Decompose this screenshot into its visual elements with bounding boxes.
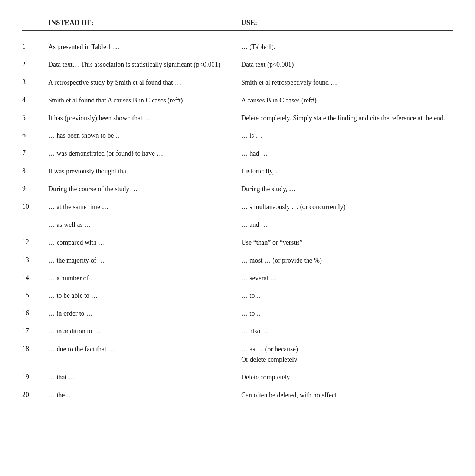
row-number: 19 [22, 372, 48, 381]
row-instead: … was demonstrated (or found) to have … [48, 149, 241, 159]
table-row: 1As presented in Table 1 …… (Table 1). [22, 38, 453, 56]
header-instead: INSTEAD OF: [48, 19, 241, 27]
row-instead: … at the same time … [48, 202, 241, 212]
row-instead: Data text… This association is statistic… [48, 60, 241, 70]
row-instead: It was previously thought that … [48, 166, 241, 177]
row-instead: As presented in Table 1 … [48, 42, 241, 52]
table-row: 12… compared with …Use “than” or “versus… [22, 234, 453, 252]
row-use: A causes B in C cases (ref#) [241, 95, 453, 106]
row-use: Use “than” or “versus” [241, 238, 453, 248]
row-instead: … as well as … [48, 220, 241, 230]
row-use: … to … [241, 309, 453, 319]
row-number: 7 [22, 149, 48, 157]
row-use: … and … [241, 220, 453, 230]
table-row: 16… in order to …… to … [22, 305, 453, 323]
row-number: 6 [22, 131, 48, 139]
row-use: Smith et al retrospectively found … [241, 78, 453, 88]
table-row: 11… as well as …… and … [22, 216, 453, 234]
table-row: 17… in addition to …… also … [22, 323, 453, 340]
row-instead: Smith et al found that A causes B in C c… [48, 95, 241, 106]
row-use: … simultaneously … (or concurrently) [241, 202, 453, 212]
row-use: Delete completely. Simply state the find… [241, 113, 453, 124]
row-use: … also … [241, 326, 453, 337]
row-number: 17 [22, 326, 48, 335]
row-number: 4 [22, 95, 48, 104]
row-instead: During the course of the study … [48, 184, 241, 195]
row-use: … most … (or provide the %) [241, 255, 453, 266]
row-number: 1 [22, 42, 48, 50]
row-instead: … a number of … [48, 273, 241, 284]
row-instead: … that … [48, 372, 241, 383]
header-use: USE: [241, 19, 453, 27]
row-instead: … compared with … [48, 238, 241, 248]
row-instead: … in order to … [48, 309, 241, 319]
row-number: 12 [22, 238, 48, 246]
table-row: 20… the …Can often be deleted, with no e… [22, 387, 453, 404]
table-row: 18… due to the fact that …… as … (or bec… [22, 340, 453, 369]
row-number: 3 [22, 78, 48, 86]
row-use: Data text (p<0.001) [241, 60, 453, 70]
row-use: … as … (or because)Or delete completely [241, 344, 453, 365]
row-instead: … to be able to … [48, 291, 241, 301]
row-instead: A retrospective study by Smith et al fou… [48, 78, 241, 88]
row-number: 13 [22, 255, 48, 264]
row-instead: … has been shown to be … [48, 131, 241, 141]
row-instead: … the majority of … [48, 255, 241, 266]
table-row: 2Data text… This association is statisti… [22, 56, 453, 74]
table-row: 19… that …Delete completely [22, 369, 453, 387]
header-num [22, 19, 48, 27]
main-table: INSTEAD OF: USE: 1As presented in Table … [22, 19, 453, 404]
table-row: 8It was previously thought that …Histori… [22, 163, 453, 180]
table-row: 5It has (previously) been shown that …De… [22, 110, 453, 127]
table-row: 6… has been shown to be …… is … [22, 127, 453, 145]
table-row: 3A retrospective study by Smith et al fo… [22, 74, 453, 92]
row-use: … several … [241, 273, 453, 284]
row-use: … to … [241, 291, 453, 301]
table-row: 15… to be able to …… to … [22, 287, 453, 305]
row-use: … had … [241, 149, 453, 159]
row-use: Delete completely [241, 372, 453, 383]
row-instead: … due to the fact that … [48, 344, 241, 355]
table-body: 1As presented in Table 1 …… (Table 1).2D… [22, 38, 453, 404]
row-use: … (Table 1). [241, 42, 453, 52]
row-number: 11 [22, 220, 48, 228]
row-number: 14 [22, 273, 48, 282]
row-number: 2 [22, 60, 48, 68]
table-row: 13… the majority of …… most … (or provid… [22, 252, 453, 270]
row-use: During the study, … [241, 184, 453, 195]
table-row: 14… a number of …… several … [22, 270, 453, 287]
row-number: 16 [22, 309, 48, 317]
row-number: 5 [22, 113, 48, 122]
table-row: 10… at the same time …… simultaneously …… [22, 198, 453, 216]
row-number: 8 [22, 166, 48, 175]
row-instead: It has (previously) been shown that … [48, 113, 241, 124]
row-number: 10 [22, 202, 48, 211]
table-row: 4Smith et al found that A causes B in C … [22, 92, 453, 110]
row-use: Can often be deleted, with no effect [241, 390, 453, 401]
row-number: 18 [22, 344, 48, 353]
row-number: 9 [22, 184, 48, 193]
row-number: 15 [22, 291, 48, 299]
row-instead: … the … [48, 390, 241, 401]
row-use: … is … [241, 131, 453, 141]
table-row: 9During the course of the study …During … [22, 180, 453, 198]
row-instead: … in addition to … [48, 326, 241, 337]
row-use: Historically, … [241, 166, 453, 177]
table-header: INSTEAD OF: USE: [22, 19, 453, 31]
table-row: 7… was demonstrated (or found) to have …… [22, 145, 453, 163]
row-number: 20 [22, 390, 48, 399]
